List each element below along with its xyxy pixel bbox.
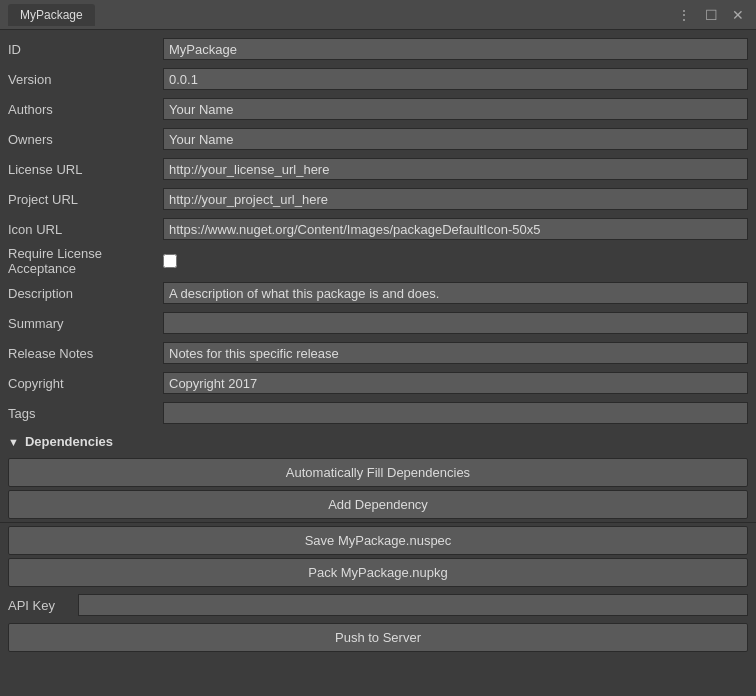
api-key-row: API Key [0,590,756,620]
icon-url-row: Icon URL [0,214,756,244]
title-bar-left: MyPackage [8,4,95,26]
summary-label: Summary [8,316,163,331]
menu-icon[interactable]: ⋮ [673,6,695,24]
title-bar: MyPackage ⋮ ☐ ✕ [0,0,756,30]
copyright-label: Copyright [8,376,163,391]
release-notes-input[interactable] [163,342,748,364]
project-url-input[interactable] [163,188,748,210]
save-nuspec-button[interactable]: Save MyPackage.nuspec [8,526,748,555]
version-row: Version [0,64,756,94]
close-icon[interactable]: ✕ [728,6,748,24]
require-license-label: Require License Acceptance [8,246,163,276]
license-url-row: License URL [0,154,756,184]
api-key-label: API Key [8,598,78,613]
owners-row: Owners [0,124,756,154]
description-row: Description [0,278,756,308]
copyright-input[interactable] [163,372,748,394]
id-input[interactable] [163,38,748,60]
copyright-row: Copyright [0,368,756,398]
tags-input[interactable] [163,402,748,424]
description-label: Description [8,286,163,301]
authors-label: Authors [8,102,163,117]
version-label: Version [8,72,163,87]
tags-label: Tags [8,406,163,421]
api-key-input[interactable] [78,594,748,616]
window-title: MyPackage [8,4,95,26]
maximize-icon[interactable]: ☐ [701,6,722,24]
push-to-server-button[interactable]: Push to Server [8,623,748,652]
project-url-label: Project URL [8,192,163,207]
project-url-row: Project URL [0,184,756,214]
license-url-input[interactable] [163,158,748,180]
release-notes-label: Release Notes [8,346,163,361]
license-url-label: License URL [8,162,163,177]
require-license-checkbox[interactable] [163,254,177,268]
dependencies-chevron: ▼ [8,436,19,448]
authors-input[interactable] [163,98,748,120]
pack-nupkg-button[interactable]: Pack MyPackage.nupkg [8,558,748,587]
form-content: ID Version Authors Owners License URL Pr… [0,30,756,696]
description-input[interactable] [163,282,748,304]
icon-url-label: Icon URL [8,222,163,237]
title-bar-controls: ⋮ ☐ ✕ [673,6,748,24]
require-license-row: Require License Acceptance [0,244,756,278]
summary-input[interactable] [163,312,748,334]
require-license-checkbox-wrapper [163,254,177,268]
tags-row: Tags [0,398,756,428]
dependencies-section-header[interactable]: ▼ Dependencies [0,428,756,455]
id-label: ID [8,42,163,57]
authors-row: Authors [0,94,756,124]
window: MyPackage ⋮ ☐ ✕ ID Version Authors Owner… [0,0,756,696]
icon-url-input[interactable] [163,218,748,240]
id-row: ID [0,34,756,64]
owners-label: Owners [8,132,163,147]
summary-row: Summary [0,308,756,338]
owners-input[interactable] [163,128,748,150]
auto-fill-dependencies-button[interactable]: Automatically Fill Dependencies [8,458,748,487]
separator-1 [0,522,756,523]
add-dependency-button[interactable]: Add Dependency [8,490,748,519]
version-input[interactable] [163,68,748,90]
dependencies-label: Dependencies [25,434,113,449]
release-notes-row: Release Notes [0,338,756,368]
